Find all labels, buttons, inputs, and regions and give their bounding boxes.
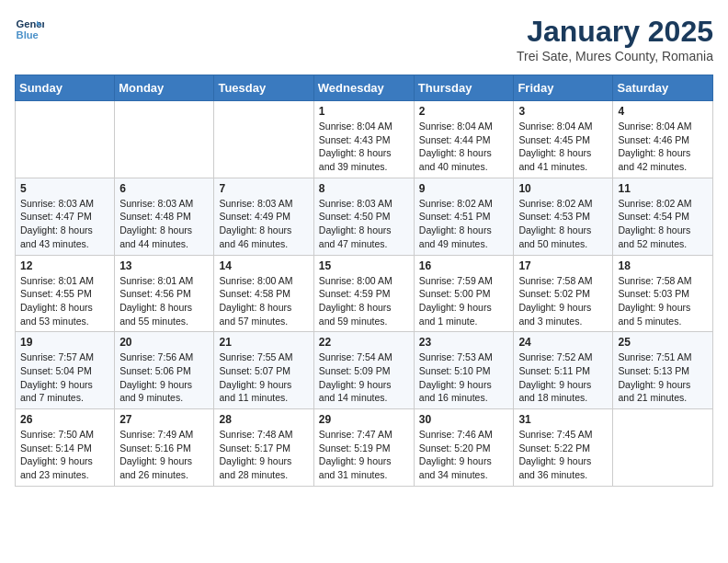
day-content: Sunrise: 8:00 AM Sunset: 4:58 PM Dayligh… bbox=[219, 274, 308, 328]
calendar-cell: 21Sunrise: 7:55 AM Sunset: 5:07 PM Dayli… bbox=[214, 332, 313, 409]
calendar-cell: 24Sunrise: 7:52 AM Sunset: 5:11 PM Dayli… bbox=[514, 332, 613, 409]
calendar-cell: 19Sunrise: 7:57 AM Sunset: 5:04 PM Dayli… bbox=[16, 332, 115, 409]
day-header: Tuesday bbox=[214, 75, 313, 101]
calendar-cell bbox=[115, 101, 214, 178]
calendar-cell: 1Sunrise: 8:04 AM Sunset: 4:43 PM Daylig… bbox=[313, 101, 414, 178]
calendar-cell: 6Sunrise: 8:03 AM Sunset: 4:48 PM Daylig… bbox=[115, 178, 214, 255]
day-number: 17 bbox=[518, 259, 608, 272]
day-number: 27 bbox=[119, 413, 209, 426]
day-number: 30 bbox=[419, 413, 509, 426]
day-number: 6 bbox=[119, 182, 209, 195]
calendar-week-row: 5Sunrise: 8:03 AM Sunset: 4:47 PM Daylig… bbox=[16, 178, 713, 255]
calendar-cell: 13Sunrise: 8:01 AM Sunset: 4:56 PM Dayli… bbox=[115, 255, 214, 332]
location: Trei Sate, Mures County, Romania bbox=[517, 49, 713, 63]
calendar-week-row: 19Sunrise: 7:57 AM Sunset: 5:04 PM Dayli… bbox=[16, 332, 713, 409]
day-content: Sunrise: 7:45 AM Sunset: 5:22 PM Dayligh… bbox=[518, 428, 608, 482]
day-number: 14 bbox=[219, 259, 308, 272]
day-number: 7 bbox=[219, 182, 308, 195]
calendar-cell: 9Sunrise: 8:02 AM Sunset: 4:51 PM Daylig… bbox=[414, 178, 514, 255]
day-number: 8 bbox=[319, 182, 409, 195]
day-content: Sunrise: 7:56 AM Sunset: 5:06 PM Dayligh… bbox=[119, 350, 209, 405]
day-content: Sunrise: 7:52 AM Sunset: 5:11 PM Dayligh… bbox=[518, 350, 608, 405]
day-content: Sunrise: 8:02 AM Sunset: 4:53 PM Dayligh… bbox=[518, 197, 608, 251]
day-content: Sunrise: 8:01 AM Sunset: 4:56 PM Dayligh… bbox=[119, 274, 209, 328]
calendar-header-row: SundayMondayTuesdayWednesdayThursdayFrid… bbox=[16, 75, 713, 101]
calendar-cell: 8Sunrise: 8:03 AM Sunset: 4:50 PM Daylig… bbox=[313, 178, 414, 255]
day-content: Sunrise: 7:57 AM Sunset: 5:04 PM Dayligh… bbox=[20, 350, 109, 405]
calendar-cell: 7Sunrise: 8:03 AM Sunset: 4:49 PM Daylig… bbox=[214, 178, 313, 255]
day-header: Wednesday bbox=[313, 75, 414, 101]
calendar-cell: 14Sunrise: 8:00 AM Sunset: 4:58 PM Dayli… bbox=[214, 255, 313, 332]
calendar-cell bbox=[16, 101, 115, 178]
page-header: General Blue January 2025 Trei Sate, Mur… bbox=[15, 15, 713, 63]
day-content: Sunrise: 7:47 AM Sunset: 5:19 PM Dayligh… bbox=[319, 428, 409, 482]
calendar-cell: 26Sunrise: 7:50 AM Sunset: 5:14 PM Dayli… bbox=[16, 409, 115, 487]
day-number: 10 bbox=[518, 182, 608, 195]
calendar-cell: 17Sunrise: 7:58 AM Sunset: 5:02 PM Dayli… bbox=[514, 255, 613, 332]
day-content: Sunrise: 7:50 AM Sunset: 5:14 PM Dayligh… bbox=[20, 428, 109, 482]
day-number: 19 bbox=[20, 336, 109, 349]
day-number: 15 bbox=[319, 259, 409, 272]
day-content: Sunrise: 8:03 AM Sunset: 4:48 PM Dayligh… bbox=[119, 197, 209, 251]
day-content: Sunrise: 8:04 AM Sunset: 4:45 PM Dayligh… bbox=[518, 120, 608, 174]
day-number: 31 bbox=[518, 413, 608, 426]
day-content: Sunrise: 8:04 AM Sunset: 4:43 PM Dayligh… bbox=[319, 120, 409, 174]
day-header: Friday bbox=[514, 75, 613, 101]
day-number: 24 bbox=[518, 336, 608, 349]
calendar-cell: 11Sunrise: 8:02 AM Sunset: 4:54 PM Dayli… bbox=[613, 178, 713, 255]
calendar-cell bbox=[214, 101, 313, 178]
day-header: Sunday bbox=[16, 75, 115, 101]
title-block: January 2025 Trei Sate, Mures County, Ro… bbox=[517, 15, 713, 63]
calendar-cell: 3Sunrise: 8:04 AM Sunset: 4:45 PM Daylig… bbox=[514, 101, 613, 178]
calendar-week-row: 1Sunrise: 8:04 AM Sunset: 4:43 PM Daylig… bbox=[16, 101, 713, 178]
calendar-cell bbox=[613, 409, 713, 487]
day-number: 21 bbox=[219, 336, 308, 349]
day-content: Sunrise: 8:02 AM Sunset: 4:54 PM Dayligh… bbox=[618, 197, 708, 251]
day-content: Sunrise: 7:46 AM Sunset: 5:20 PM Dayligh… bbox=[419, 428, 509, 482]
day-content: Sunrise: 8:04 AM Sunset: 4:44 PM Dayligh… bbox=[419, 120, 509, 174]
day-content: Sunrise: 7:58 AM Sunset: 5:02 PM Dayligh… bbox=[518, 274, 608, 328]
day-content: Sunrise: 8:01 AM Sunset: 4:55 PM Dayligh… bbox=[20, 274, 109, 328]
day-content: Sunrise: 8:03 AM Sunset: 4:50 PM Dayligh… bbox=[319, 197, 409, 251]
calendar-cell: 25Sunrise: 7:51 AM Sunset: 5:13 PM Dayli… bbox=[613, 332, 713, 409]
day-content: Sunrise: 8:03 AM Sunset: 4:49 PM Dayligh… bbox=[219, 197, 308, 251]
day-number: 23 bbox=[419, 336, 509, 349]
calendar-cell: 29Sunrise: 7:47 AM Sunset: 5:19 PM Dayli… bbox=[313, 409, 414, 487]
calendar-cell: 10Sunrise: 8:02 AM Sunset: 4:53 PM Dayli… bbox=[514, 178, 613, 255]
day-number: 5 bbox=[20, 182, 109, 195]
day-number: 12 bbox=[20, 259, 109, 272]
calendar-cell: 30Sunrise: 7:46 AM Sunset: 5:20 PM Dayli… bbox=[414, 409, 514, 487]
day-content: Sunrise: 7:49 AM Sunset: 5:16 PM Dayligh… bbox=[119, 428, 209, 482]
calendar-week-row: 12Sunrise: 8:01 AM Sunset: 4:55 PM Dayli… bbox=[16, 255, 713, 332]
calendar-cell: 20Sunrise: 7:56 AM Sunset: 5:06 PM Dayli… bbox=[115, 332, 214, 409]
month-title: January 2025 bbox=[517, 15, 713, 49]
day-content: Sunrise: 7:51 AM Sunset: 5:13 PM Dayligh… bbox=[618, 350, 708, 405]
day-number: 29 bbox=[319, 413, 409, 426]
calendar-cell: 16Sunrise: 7:59 AM Sunset: 5:00 PM Dayli… bbox=[414, 255, 514, 332]
day-content: Sunrise: 8:02 AM Sunset: 4:51 PM Dayligh… bbox=[419, 197, 509, 251]
day-header: Thursday bbox=[414, 75, 514, 101]
day-content: Sunrise: 8:04 AM Sunset: 4:46 PM Dayligh… bbox=[618, 120, 708, 174]
calendar-cell: 22Sunrise: 7:54 AM Sunset: 5:09 PM Dayli… bbox=[313, 332, 414, 409]
calendar-cell: 18Sunrise: 7:58 AM Sunset: 5:03 PM Dayli… bbox=[613, 255, 713, 332]
svg-text:Blue: Blue bbox=[17, 29, 39, 40]
day-content: Sunrise: 7:53 AM Sunset: 5:10 PM Dayligh… bbox=[419, 350, 509, 405]
day-number: 2 bbox=[419, 105, 509, 118]
day-number: 28 bbox=[219, 413, 308, 426]
logo: General Blue bbox=[15, 15, 44, 44]
day-content: Sunrise: 7:54 AM Sunset: 5:09 PM Dayligh… bbox=[319, 350, 409, 405]
day-header: Saturday bbox=[613, 75, 713, 101]
day-content: Sunrise: 7:59 AM Sunset: 5:00 PM Dayligh… bbox=[419, 274, 509, 328]
calendar-cell: 27Sunrise: 7:49 AM Sunset: 5:16 PM Dayli… bbox=[115, 409, 214, 487]
calendar-cell: 4Sunrise: 8:04 AM Sunset: 4:46 PM Daylig… bbox=[613, 101, 713, 178]
calendar-cell: 31Sunrise: 7:45 AM Sunset: 5:22 PM Dayli… bbox=[514, 409, 613, 487]
day-number: 11 bbox=[618, 182, 708, 195]
calendar-cell: 2Sunrise: 8:04 AM Sunset: 4:44 PM Daylig… bbox=[414, 101, 514, 178]
day-content: Sunrise: 7:48 AM Sunset: 5:17 PM Dayligh… bbox=[219, 428, 308, 482]
calendar-table: SundayMondayTuesdayWednesdayThursdayFrid… bbox=[15, 75, 713, 487]
day-content: Sunrise: 8:03 AM Sunset: 4:47 PM Dayligh… bbox=[20, 197, 109, 251]
day-number: 16 bbox=[419, 259, 509, 272]
day-number: 22 bbox=[319, 336, 409, 349]
calendar-week-row: 26Sunrise: 7:50 AM Sunset: 5:14 PM Dayli… bbox=[16, 409, 713, 487]
day-number: 18 bbox=[618, 259, 708, 272]
